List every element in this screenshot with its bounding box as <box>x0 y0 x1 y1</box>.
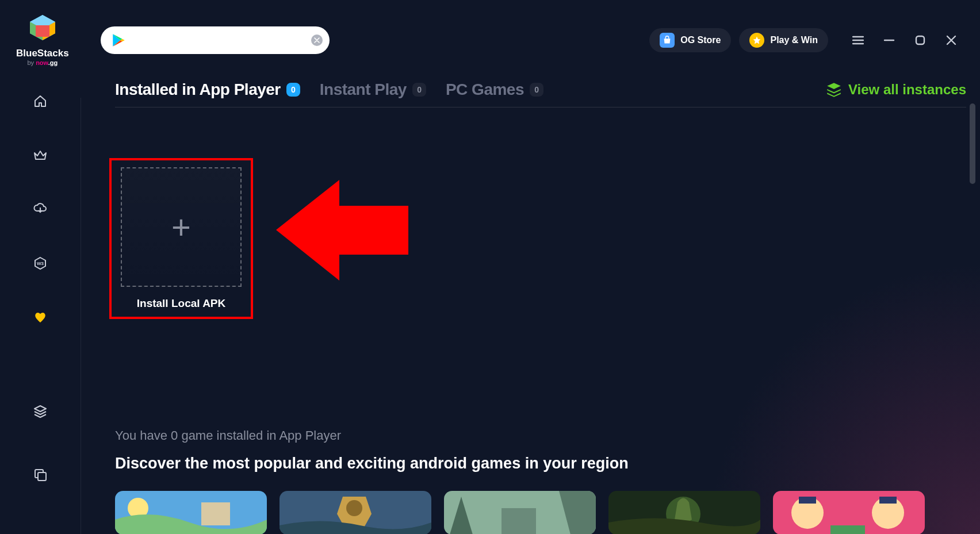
play-win-icon <box>749 33 764 48</box>
layers-icon[interactable] <box>31 402 49 421</box>
installed-count-text: You have 0 game installed in App Player <box>115 428 966 443</box>
heart-icon[interactable] <box>31 308 49 326</box>
bottom-section: You have 0 game installed in App Player … <box>115 428 966 534</box>
game-card[interactable] <box>773 491 925 534</box>
og-store-button[interactable]: OG Store <box>649 28 731 52</box>
main-content: Installed in App Player 0 Instant Play 0… <box>115 80 966 534</box>
view-instances-label: View all instances <box>848 82 966 98</box>
og-store-icon <box>660 33 675 48</box>
tab-installed[interactable]: Installed in App Player 0 <box>115 80 300 99</box>
tab-pc-label: PC Games <box>446 80 524 99</box>
cloud-download-icon[interactable] <box>31 200 49 218</box>
discover-title: Discover the most popular and exciting a… <box>115 455 966 472</box>
tab-instant-label: Instant Play <box>320 80 407 99</box>
sidebar: W3 <box>0 92 81 326</box>
svg-rect-17 <box>879 497 897 504</box>
apk-drop-zone[interactable]: + <box>121 167 242 287</box>
header: BlueStacks by now.gg <box>0 0 980 66</box>
sidebar-bottom <box>0 402 81 484</box>
tabs-row: Installed in App Player 0 Instant Play 0… <box>115 80 966 107</box>
play-win-button[interactable]: Play & Win <box>739 28 828 52</box>
og-store-label: OG Store <box>680 35 721 45</box>
sidebar-divider <box>81 98 81 534</box>
svg-rect-6 <box>201 502 230 525</box>
game-card[interactable] <box>115 491 267 534</box>
game-cards-row <box>115 491 966 534</box>
search-bar[interactable] <box>101 26 330 54</box>
copy-icon[interactable] <box>31 466 49 484</box>
scrollbar-thumb[interactable] <box>970 103 975 184</box>
game-card[interactable] <box>608 491 760 534</box>
play-win-label: Play & Win <box>770 35 818 45</box>
tab-instant-play[interactable]: Instant Play 0 <box>320 80 426 99</box>
play-store-icon <box>111 33 126 48</box>
tab-instant-badge: 0 <box>412 83 426 97</box>
tab-installed-badge: 0 <box>286 83 300 97</box>
install-apk-section: + Install Local APK <box>115 158 966 319</box>
logo-text: BlueStacks <box>16 48 69 58</box>
instances-stack-icon <box>825 81 843 98</box>
hamburger-menu-icon[interactable] <box>852 34 864 46</box>
logo-subtext: by now.gg <box>27 59 58 66</box>
crown-icon[interactable] <box>31 146 49 164</box>
minimize-icon[interactable] <box>883 34 895 46</box>
game-card[interactable] <box>280 491 431 534</box>
svg-rect-3 <box>38 472 46 481</box>
web3-icon[interactable]: W3 <box>31 254 49 272</box>
game-card[interactable] <box>444 491 596 534</box>
tab-pc-badge: 0 <box>530 83 543 97</box>
home-icon[interactable] <box>31 92 49 110</box>
svg-text:W3: W3 <box>37 261 44 266</box>
tab-installed-label: Installed in App Player <box>115 80 281 99</box>
bluestacks-logo[interactable]: BlueStacks by now.gg <box>16 14 69 66</box>
header-right: OG Store Play & Win <box>649 28 957 52</box>
tab-pc-games[interactable]: PC Games 0 <box>446 80 543 99</box>
window-controls <box>852 34 957 46</box>
plus-icon: + <box>171 210 191 244</box>
bluestacks-logo-icon <box>25 14 60 46</box>
svg-rect-16 <box>799 497 816 504</box>
svg-rect-0 <box>916 36 924 44</box>
maximize-icon[interactable] <box>914 34 926 46</box>
clear-search-icon[interactable] <box>311 34 323 46</box>
install-apk-label: Install Local APK <box>137 297 226 310</box>
view-all-instances-link[interactable]: View all instances <box>825 81 966 98</box>
close-icon[interactable] <box>945 34 957 46</box>
install-local-apk-card[interactable]: + Install Local APK <box>109 158 253 319</box>
search-input[interactable] <box>132 35 311 45</box>
svg-rect-10 <box>502 508 536 534</box>
svg-point-8 <box>346 500 362 516</box>
annotation-arrow-icon <box>276 180 408 281</box>
